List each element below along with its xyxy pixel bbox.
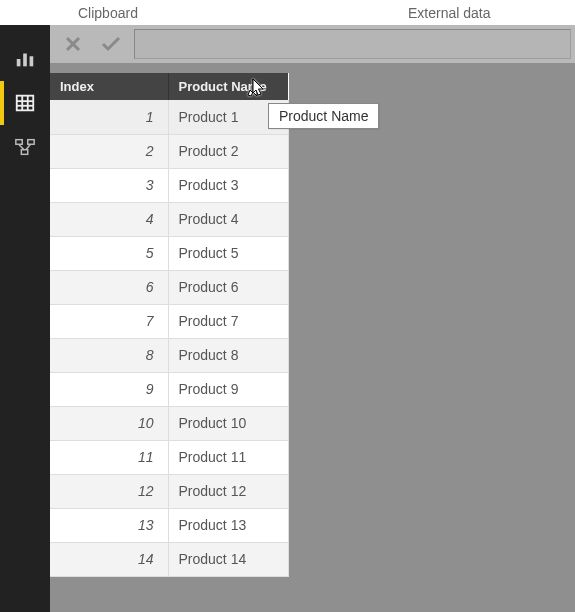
cell-index[interactable]: 14 xyxy=(50,542,168,576)
formula-input[interactable] xyxy=(134,29,571,59)
cell-index[interactable]: 2 xyxy=(50,134,168,168)
svg-line-12 xyxy=(26,144,31,150)
cell-index[interactable]: 3 xyxy=(50,168,168,202)
cell-product-name[interactable]: Product 13 xyxy=(168,508,288,542)
cell-index[interactable]: 6 xyxy=(50,270,168,304)
nav-model-view[interactable] xyxy=(0,125,50,169)
table-row[interactable]: 12Product 12 xyxy=(50,474,288,508)
column-header-index[interactable]: Index xyxy=(50,73,168,100)
cell-index[interactable]: 4 xyxy=(50,202,168,236)
formula-bar xyxy=(50,25,575,63)
cell-index[interactable]: 5 xyxy=(50,236,168,270)
table-row[interactable]: 8Product 8 xyxy=(50,338,288,372)
bar-chart-icon xyxy=(14,48,36,70)
table-row[interactable]: 3Product 3 xyxy=(50,168,288,202)
svg-rect-2 xyxy=(30,56,34,66)
cell-index[interactable]: 12 xyxy=(50,474,168,508)
table-row[interactable]: 11Product 11 xyxy=(50,440,288,474)
table-row[interactable]: 13Product 13 xyxy=(50,508,288,542)
table-row[interactable]: 7Product 7 xyxy=(50,304,288,338)
svg-rect-8 xyxy=(16,140,22,145)
cell-index[interactable]: 11 xyxy=(50,440,168,474)
cell-product-name[interactable]: Product 5 xyxy=(168,236,288,270)
cell-index[interactable]: 9 xyxy=(50,372,168,406)
formula-cancel-button[interactable] xyxy=(62,33,84,55)
data-table: Index Product Name 1Product 1 2Product 2… xyxy=(50,73,289,577)
svg-rect-1 xyxy=(23,54,27,67)
formula-accept-button[interactable] xyxy=(100,33,122,55)
cell-product-name[interactable]: Product 8 xyxy=(168,338,288,372)
cell-index[interactable]: 8 xyxy=(50,338,168,372)
table-row[interactable]: 1Product 1 xyxy=(50,100,288,134)
ribbon-label-clipboard: Clipboard xyxy=(78,5,138,21)
table-row[interactable]: 10Product 10 xyxy=(50,406,288,440)
data-table-container: Index Product Name 1Product 1 2Product 2… xyxy=(50,63,575,577)
table-icon xyxy=(14,92,36,114)
svg-rect-0 xyxy=(17,59,21,66)
cell-product-name[interactable]: Product 2 xyxy=(168,134,288,168)
cell-product-name[interactable]: Product 3 xyxy=(168,168,288,202)
svg-line-11 xyxy=(19,144,24,150)
x-icon xyxy=(64,35,82,53)
view-navrail xyxy=(0,25,50,612)
ribbon-group-labels: Clipboard External data xyxy=(0,0,575,25)
cell-product-name[interactable]: Product 9 xyxy=(168,372,288,406)
column-tooltip: Product Name xyxy=(268,103,379,129)
cell-product-name[interactable]: Product 14 xyxy=(168,542,288,576)
cell-index[interactable]: 13 xyxy=(50,508,168,542)
cell-product-name[interactable]: Product 6 xyxy=(168,270,288,304)
cell-product-name[interactable]: Product 7 xyxy=(168,304,288,338)
svg-rect-10 xyxy=(21,150,27,155)
table-row[interactable]: 6Product 6 xyxy=(50,270,288,304)
cell-index[interactable]: 7 xyxy=(50,304,168,338)
cell-product-name[interactable]: Product 11 xyxy=(168,440,288,474)
nav-report-view[interactable] xyxy=(0,37,50,81)
cell-product-name[interactable]: Product 12 xyxy=(168,474,288,508)
ribbon-label-external-data: External data xyxy=(408,5,491,21)
svg-rect-3 xyxy=(17,96,34,111)
cell-product-name[interactable]: Product 4 xyxy=(168,202,288,236)
column-header-product-name[interactable]: Product Name xyxy=(168,73,288,100)
table-row[interactable]: 2Product 2 xyxy=(50,134,288,168)
cell-index[interactable]: 1 xyxy=(50,100,168,134)
table-row[interactable]: 9Product 9 xyxy=(50,372,288,406)
cell-product-name[interactable]: Product 10 xyxy=(168,406,288,440)
nav-data-view[interactable] xyxy=(0,81,50,125)
table-row[interactable]: 14Product 14 xyxy=(50,542,288,576)
table-row[interactable]: 5Product 5 xyxy=(50,236,288,270)
check-icon xyxy=(101,35,121,53)
cell-index[interactable]: 10 xyxy=(50,406,168,440)
relationships-icon xyxy=(14,137,36,157)
table-row[interactable]: 4Product 4 xyxy=(50,202,288,236)
svg-rect-9 xyxy=(28,140,34,145)
